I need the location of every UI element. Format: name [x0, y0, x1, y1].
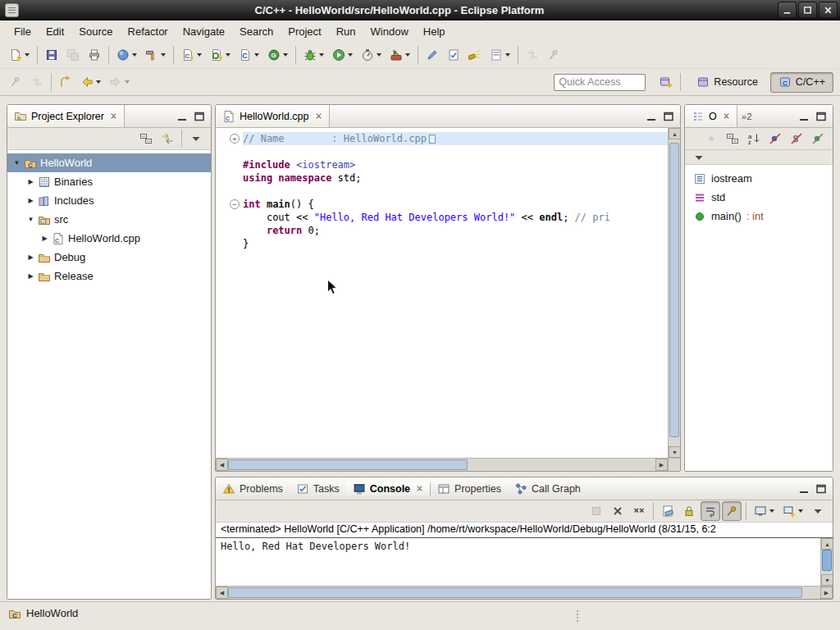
console-output-area[interactable]: Hello, Red Hat Developers World! ▲ ▼ [216, 538, 833, 586]
code-editor[interactable]: +− // Name : HelloWorld.cpp#include <ios… [216, 128, 680, 458]
save-button[interactable] [42, 45, 62, 65]
remove-all-terminated-button[interactable] [629, 501, 649, 521]
project-explorer-tree[interactable]: ▼CHelloWorld▶101010Binaries▶Includes▼src… [7, 150, 211, 599]
tree-item-release[interactable]: ▶Release [7, 267, 211, 285]
external-tools-button[interactable] [386, 45, 413, 65]
search-button[interactable] [465, 45, 485, 65]
scroll-track[interactable] [669, 139, 680, 446]
scroll-thumb[interactable] [228, 587, 802, 598]
dropdown-arrow-icon[interactable] [254, 53, 259, 57]
new-class-button[interactable] [207, 45, 234, 65]
debug-button[interactable] [300, 45, 327, 65]
launch-config-button[interactable] [113, 45, 140, 65]
menu-refactor[interactable]: Refactor [121, 23, 176, 40]
fold-collapsed-icon[interactable]: + [230, 134, 240, 144]
scroll-up-button[interactable]: ▲ [669, 128, 680, 139]
code-line-2[interactable] [243, 145, 668, 158]
mark-occurrences-button[interactable] [422, 45, 442, 65]
window-minimize-button[interactable] [778, 2, 797, 18]
show-console-on-output-button[interactable] [751, 501, 778, 521]
tree-item-helloworld-cpp[interactable]: ▶CHelloWorld.cpp [7, 229, 211, 248]
scroll-lock-button[interactable] [679, 501, 699, 521]
tab-tasks[interactable]: Tasks [290, 482, 346, 495]
dropdown-arrow-icon[interactable] [283, 53, 288, 57]
close-tab-icon[interactable] [723, 112, 730, 120]
console-view-menu-button[interactable] [808, 501, 828, 521]
dropdown-arrow-icon[interactable] [377, 53, 381, 57]
scroll-track[interactable] [228, 459, 655, 471]
scroll-right-button[interactable]: ▶ [655, 459, 668, 471]
dropdown-arrow-icon[interactable] [769, 509, 774, 513]
tree-item-debug[interactable]: ▶Debug [7, 248, 211, 267]
dropdown-arrow-icon[interactable] [96, 80, 101, 84]
sort-button[interactable]: az [744, 129, 764, 148]
collapse-all-button[interactable] [136, 129, 156, 148]
dropdown-arrow-icon[interactable] [319, 53, 324, 57]
console-v-scrollbar[interactable]: ▲ ▼ [820, 538, 833, 586]
tree-collapsed-arrow-icon[interactable]: ▶ [25, 253, 37, 261]
menu-navigate[interactable]: Navigate [176, 23, 232, 40]
scroll-left-button[interactable]: ◀ [216, 459, 228, 471]
tree-collapsed-arrow-icon[interactable]: ▶ [25, 178, 37, 185]
dropdown-arrow-icon[interactable] [505, 53, 510, 57]
menu-edit[interactable]: Edit [39, 23, 71, 40]
editor-minimize-button[interactable] [645, 110, 658, 123]
window-maximize-button[interactable] [798, 2, 817, 18]
menu-help[interactable]: Help [416, 23, 453, 40]
dropdown-arrow-icon[interactable] [125, 80, 130, 84]
console-minimize-button[interactable] [797, 482, 810, 495]
editor-maximize-button[interactable] [662, 110, 675, 123]
menu-run[interactable]: Run [329, 23, 363, 40]
editor-v-scrollbar[interactable]: ▲ ▼ [668, 128, 680, 458]
build-all-button[interactable] [142, 45, 169, 65]
open-task-button[interactable] [444, 45, 463, 65]
hidden-views-count[interactable]: »2 [737, 112, 756, 121]
next-annotation-button[interactable] [486, 45, 514, 65]
tree-item-helloworld[interactable]: ▼CHelloWorld [7, 153, 211, 172]
code-line-5[interactable] [243, 185, 668, 198]
scroll-thumb[interactable] [822, 550, 832, 571]
quick-access-input[interactable] [554, 74, 646, 91]
open-console-button[interactable] [779, 501, 806, 521]
editor-h-scrollbar[interactable]: ◀ ▶ [216, 458, 680, 471]
close-tab-icon[interactable] [416, 485, 423, 492]
console-output[interactable]: Hello, Red Hat Developers World! [216, 538, 820, 555]
dropdown-arrow-icon[interactable] [161, 53, 166, 57]
tab-project-explorer[interactable]: Project Explorer [7, 105, 125, 127]
perspective-c-c-button[interactable]: CC/C++ [770, 72, 833, 93]
scroll-down-button[interactable]: ▼ [669, 446, 680, 458]
fold-summary-icon[interactable] [429, 135, 436, 144]
new-button[interactable] [6, 45, 33, 65]
outline-maximize-button[interactable] [815, 110, 828, 123]
scroll-down-button[interactable]: ▼ [821, 574, 833, 586]
console-h-scrollbar[interactable]: ◀ ▶ [216, 586, 833, 599]
code-line-9[interactable]: } [243, 237, 668, 250]
dropdown-arrow-icon[interactable] [25, 53, 30, 57]
menu-project[interactable]: Project [281, 23, 328, 40]
close-tab-icon[interactable] [110, 112, 117, 120]
fold-expanded-icon[interactable]: − [230, 199, 240, 209]
code-line-6[interactable]: int main() { [243, 198, 668, 211]
clear-console-button[interactable] [658, 501, 678, 521]
hide-static-button[interactable]: S [787, 129, 806, 148]
tab-call-graph[interactable]: Call Graph [508, 482, 587, 495]
scroll-up-button[interactable]: ▲ [821, 538, 833, 550]
code-line-1[interactable]: // Name : HelloWorld.cpp [243, 132, 668, 145]
code-analysis-button[interactable]: G [264, 45, 291, 65]
outline-minimize-button[interactable] [797, 110, 810, 123]
tree-item-binaries[interactable]: ▶101010Binaries [7, 172, 211, 191]
collapse-all-button[interactable] [723, 129, 742, 148]
dropdown-arrow-icon[interactable] [348, 53, 353, 57]
hide-non-public-button[interactable] [808, 129, 828, 148]
menu-search[interactable]: Search [232, 23, 281, 40]
scroll-track[interactable] [228, 587, 820, 599]
back-button[interactable] [77, 72, 104, 92]
link-with-editor-button[interactable] [158, 129, 177, 148]
remove-launch-button[interactable] [608, 501, 628, 521]
word-wrap-button[interactable] [701, 501, 720, 521]
editor-code-area[interactable]: // Name : HelloWorld.cpp#include <iostre… [243, 128, 668, 458]
profile-button[interactable] [358, 45, 385, 65]
project-explorer-maximize-button[interactable] [193, 110, 206, 123]
tree-collapsed-arrow-icon[interactable]: ▶ [39, 235, 51, 242]
tab-outline[interactable]: O [685, 105, 737, 127]
